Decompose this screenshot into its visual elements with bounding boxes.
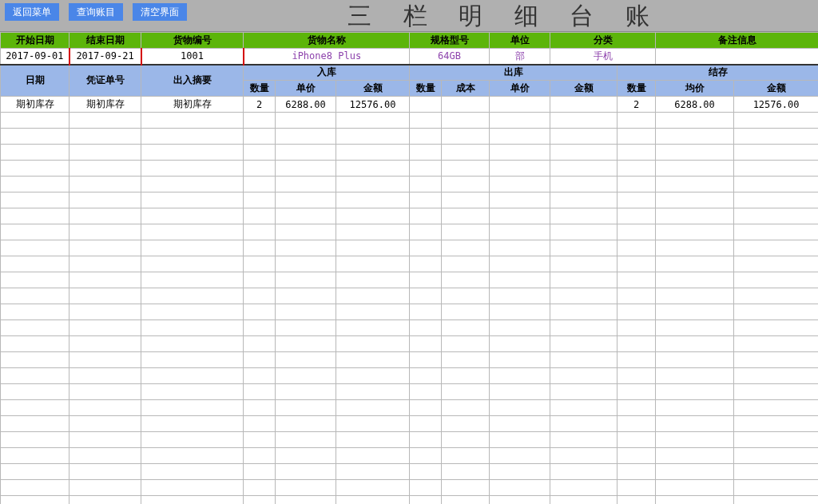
cell-bal-avg-price: 6288.00	[656, 97, 734, 113]
empty-row	[1, 304, 819, 320]
return-menu-button[interactable]: 返回菜单	[5, 3, 59, 21]
col-in-amount: 金额	[336, 81, 410, 97]
col-bal-amount: 金额	[734, 81, 818, 97]
goods-code-input[interactable]: 1001	[141, 49, 244, 65]
col-bal-qty: 数量	[617, 81, 656, 97]
empty-row	[1, 161, 819, 177]
empty-row	[1, 320, 819, 336]
cell-summary: 期初库存	[141, 97, 244, 113]
ledger-table: 开始日期 结束日期 货物编号 货物名称 规格型号 单位 分类 备注信息 2017…	[0, 32, 818, 504]
empty-row	[1, 288, 819, 304]
col-out-amount: 金额	[550, 81, 617, 97]
header-category: 分类	[550, 33, 656, 49]
empty-row	[1, 496, 819, 505]
cell-in-price: 6288.00	[276, 97, 336, 113]
header-goods-name: 货物名称	[244, 33, 410, 49]
goods-name-value: iPhone8 Plus	[244, 49, 410, 65]
empty-row	[1, 432, 819, 448]
cell-out-amount	[550, 97, 617, 113]
col-summary: 出入摘要	[141, 65, 244, 97]
header-start-date: 开始日期	[1, 33, 69, 49]
cell-out-price	[490, 97, 550, 113]
spec-value: 64GB	[410, 49, 490, 65]
start-date-input[interactable]: 2017-09-01	[1, 49, 69, 65]
column-header-row1: 日期 凭证单号 出入摘要 入库 出库 结存	[1, 65, 819, 81]
header-remark: 备注信息	[656, 33, 818, 49]
empty-row	[1, 336, 819, 352]
cell-out-cost	[442, 97, 490, 113]
empty-row	[1, 368, 819, 384]
header-end-date: 结束日期	[69, 33, 141, 49]
category-value: 手机	[550, 49, 656, 65]
cell-in-amount: 12576.00	[336, 97, 410, 113]
empty-row	[1, 208, 819, 224]
end-date-input[interactable]: 2017-09-21	[69, 49, 141, 65]
unit-value: 部	[490, 49, 550, 65]
filter-header-row: 开始日期 结束日期 货物编号 货物名称 规格型号 单位 分类 备注信息	[1, 33, 819, 49]
clear-screen-button[interactable]: 清空界面	[133, 3, 187, 21]
empty-row	[1, 480, 819, 496]
empty-row	[1, 464, 819, 480]
col-voucher: 凭证单号	[69, 65, 141, 97]
empty-row	[1, 400, 819, 416]
table-row: 期初库存 期初库存 期初库存 2 6288.00 12576.00 2 6288…	[1, 97, 819, 113]
empty-row	[1, 384, 819, 400]
page-title: 三 栏 明 细 台 账	[192, 0, 818, 31]
cell-bal-qty: 2	[617, 97, 656, 113]
empty-row	[1, 145, 819, 161]
remark-value	[656, 49, 818, 65]
empty-row	[1, 240, 819, 256]
cell-voucher: 期初库存	[69, 97, 141, 113]
toolbar-buttons: 返回菜单 查询账目 清空界面	[0, 0, 192, 31]
col-bal-avg-price: 均价	[656, 81, 734, 97]
cell-in-qty: 2	[244, 97, 276, 113]
col-out-cost: 成本	[442, 81, 490, 97]
col-out-qty: 数量	[410, 81, 442, 97]
empty-row	[1, 224, 819, 240]
empty-row	[1, 192, 819, 208]
cell-out-qty	[410, 97, 442, 113]
header-goods-code: 货物编号	[141, 33, 244, 49]
col-balance-group: 结存	[617, 65, 818, 81]
empty-row	[1, 416, 819, 432]
header-unit: 单位	[490, 33, 550, 49]
col-in-qty: 数量	[244, 81, 276, 97]
empty-row	[1, 352, 819, 368]
empty-row	[1, 448, 819, 464]
col-date: 日期	[1, 65, 69, 97]
empty-row	[1, 113, 819, 129]
title-bar: 返回菜单 查询账目 清空界面 三 栏 明 细 台 账	[0, 0, 818, 32]
query-account-button[interactable]: 查询账目	[69, 3, 123, 21]
empty-row	[1, 177, 819, 192]
col-out-price: 单价	[490, 81, 550, 97]
col-in-group: 入库	[244, 65, 410, 81]
empty-row	[1, 129, 819, 145]
filter-value-row: 2017-09-01 2017-09-21 1001 iPhone8 Plus …	[1, 49, 819, 65]
col-in-price: 单价	[276, 81, 336, 97]
empty-row	[1, 256, 819, 272]
cell-bal-amount: 12576.00	[734, 97, 818, 113]
cell-date: 期初库存	[1, 97, 69, 113]
empty-row	[1, 272, 819, 288]
header-spec: 规格型号	[410, 33, 490, 49]
col-out-group: 出库	[410, 65, 617, 81]
